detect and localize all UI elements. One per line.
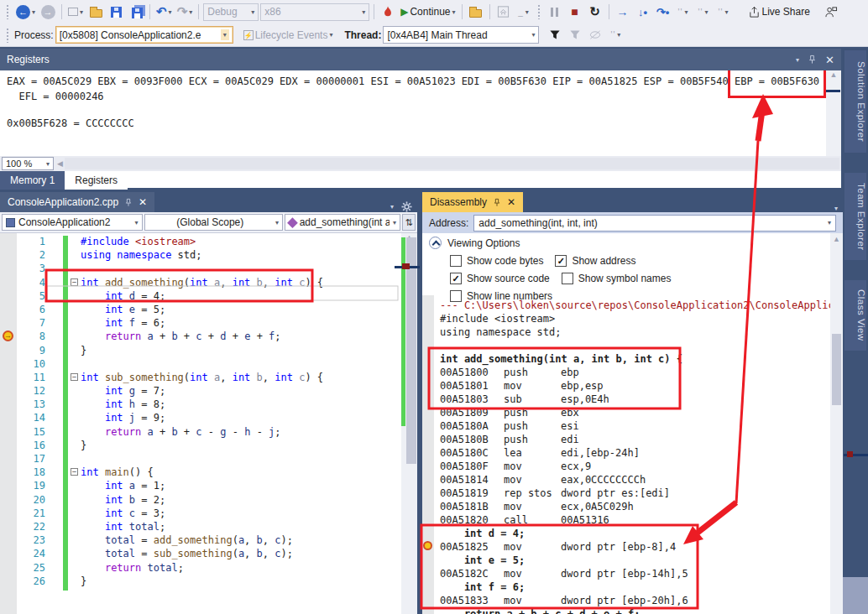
code-line[interactable]: 18−int main() { [0, 466, 401, 479]
close-icon[interactable]: ✕ [507, 196, 515, 208]
code-line[interactable]: 26} [0, 575, 401, 588]
address-dropdown[interactable]: add_something(int, int, int)▾ [473, 215, 836, 232]
code-line[interactable]: 1#include <iostream> [0, 235, 401, 248]
code-line[interactable]: 23 total = add_something(a, b, c); [0, 533, 401, 547]
toolbar-grip[interactable] [6, 28, 10, 43]
performance-profiler-button[interactable] [379, 3, 397, 21]
thread-dropdown[interactable]: [0x4AB4] Main Thread▾ [383, 26, 539, 44]
close-icon[interactable]: ✕ [139, 196, 147, 208]
disasm-line[interactable]: 00A5180Bpushedi [422, 433, 830, 446]
toolbar-grip[interactable] [537, 4, 541, 19]
sidebar-tab-solution-explorer[interactable]: Solution Explorer [844, 50, 866, 153]
zoom-level-dropdown[interactable]: 100 %▾ [2, 157, 54, 170]
code-editor[interactable]: 1#include <iostream>2using namespace std… [0, 233, 401, 614]
home-button[interactable] [494, 3, 513, 21]
pause-button[interactable] [546, 3, 564, 21]
live-share-button[interactable]: Live Share [746, 3, 812, 21]
disasm-line[interactable] [422, 339, 830, 352]
disasm-line[interactable]: 00A51825movdword ptr [ebp-8],4 [422, 540, 830, 554]
undo-button[interactable]: ↶▾ [154, 3, 174, 21]
scrollbar-thumb[interactable] [832, 334, 841, 405]
disasm-line[interactable]: int add_something(int a, int b, int c) { [422, 352, 830, 366]
checkbox-show-source-code[interactable]: ✓Show source code [450, 273, 550, 284]
pin-icon[interactable] [124, 198, 133, 207]
breakpoint-window-button[interactable]: ''▾ [694, 3, 713, 21]
sidebar-tab-team-explorer[interactable]: Team Explorer [844, 173, 866, 260]
registers-vscrollbar[interactable]: ▲ [826, 70, 841, 156]
code-line[interactable]: 5 int d = 4; [0, 289, 401, 303]
tab-disassembly[interactable]: Disassembly ✕ [422, 192, 523, 212]
code-line[interactable]: 2using namespace std; [0, 248, 401, 262]
tab-consoleapplication2-cpp[interactable]: ConsoleApplication2.cpp ✕ [0, 192, 154, 212]
fold-marker-icon[interactable]: − [71, 468, 78, 476]
code-line[interactable]: 10 [0, 357, 401, 371]
code-line[interactable]: 24 total = sub_something(a, b, c); [0, 547, 401, 560]
exception-settings-button[interactable]: ''▾ [714, 3, 733, 21]
navigate-forward-button[interactable]: → [39, 3, 57, 21]
scroll-left-icon[interactable]: ◀ [57, 159, 63, 168]
code-line[interactable]: 19 int a = 1; [0, 479, 401, 492]
show-next-statement-button[interactable]: → [614, 3, 632, 21]
gear-icon[interactable] [401, 201, 412, 212]
lifecycle-events-button[interactable]: ⚡ Lifecycle Events▾ [242, 26, 335, 44]
disasm-line[interactable]: 00A5180Fmovecx,9 [422, 460, 830, 473]
disasm-line[interactable]: 00A51801movebp,esp [422, 379, 830, 393]
code-line[interactable]: 15 return a + b + c - g - h - j; [0, 425, 401, 439]
disasm-line[interactable]: 00A51819rep stosdword ptr es:[edi] [422, 487, 830, 500]
split-editor-button[interactable]: ⇅ [402, 214, 416, 231]
fold-marker-icon[interactable]: − [71, 373, 78, 381]
code-line[interactable]: 3 [0, 262, 401, 275]
scope-dropdown[interactable]: (Global Scope)▾ [144, 214, 284, 231]
pin-icon[interactable] [493, 198, 501, 207]
code-line[interactable]: 21 int c = 3; [0, 507, 401, 520]
process-dropdown[interactable]: [0x5808] ConsoleApplication2.e▾ [55, 26, 233, 44]
disasm-line[interactable]: 00A51833movdword ptr [ebp-20h],6 [422, 594, 830, 607]
checkbox-show-address[interactable]: ✓Show address [555, 255, 635, 267]
navigate-back-button[interactable]: ←▾ [14, 3, 37, 21]
save-all-button[interactable] [127, 3, 145, 21]
disasm-line[interactable]: #include <iostream> [422, 312, 830, 325]
tab-registers[interactable]: Registers [65, 171, 128, 190]
disasm-line[interactable]: 00A51820call00A51316 [422, 513, 830, 527]
registers-hscrollbar[interactable] [65, 158, 839, 169]
code-line[interactable]: 20 int b = 2; [0, 493, 401, 507]
checkbox-show-symbol-names[interactable]: Show symbol names [562, 273, 672, 284]
registers-content[interactable]: EAX = 00A5C029 EBX = 0093F000 ECX = 00A5… [0, 70, 826, 156]
code-line[interactable]: 4−int add_something(int a, int b, int c)… [0, 276, 401, 289]
window-menu-icon[interactable]: ▾ [390, 203, 394, 211]
disasm-line[interactable]: --- C:\Users\loken\source\repos\ConsoleA… [422, 299, 830, 312]
code-line[interactable]: 14 int j = 9; [0, 411, 401, 424]
disasm-line[interactable]: int e = 5; [422, 554, 830, 567]
project-dropdown[interactable]: ConsoleApplication2▾ [2, 214, 143, 231]
registers-titlebar[interactable]: Registers ▾ ✕ [0, 49, 841, 70]
columns-button[interactable]: ''▾ [606, 26, 625, 44]
code-line[interactable]: 25 return total; [0, 561, 401, 575]
find-in-files-button[interactable] [467, 3, 485, 21]
disasm-line[interactable]: 00A51803subesp,0E4h [422, 393, 830, 406]
toolbar-options-button[interactable]: _▾ [515, 3, 533, 21]
step-out-button[interactable]: ''▾ [674, 3, 693, 21]
pin-icon[interactable] [808, 55, 817, 65]
tab-memory1[interactable]: Memory 1 [0, 171, 65, 190]
disasm-line[interactable]: return a + b + c + d + e + f; [422, 607, 830, 614]
code-line[interactable]: 12 int g = 7; [0, 384, 401, 398]
fold-marker-icon[interactable]: − [71, 278, 78, 286]
member-dropdown[interactable]: add_something(int a,▾ [285, 214, 400, 231]
disasm-line[interactable]: int f = 6; [422, 580, 830, 594]
code-line[interactable]: 8 return a + b + c + d + e + f; [0, 330, 401, 343]
window-menu-icon[interactable]: ▾ [796, 56, 799, 64]
checkbox-show-code-bytes[interactable]: Show code bytes [450, 255, 543, 267]
platform-dropdown[interactable]: x86▾ [260, 3, 369, 21]
code-line[interactable]: 13 int h = 8; [0, 398, 401, 411]
disassembly-content[interactable]: Viewing Options Show code bytes✓Show add… [422, 233, 843, 614]
code-line[interactable]: 9} [0, 344, 401, 357]
disasm-line[interactable]: using namespace std; [422, 325, 830, 339]
sign-in-button[interactable] [822, 3, 840, 21]
code-line[interactable]: 17 [0, 452, 401, 466]
toolbar-grip[interactable] [6, 4, 10, 19]
disasm-line[interactable]: int d = 4; [422, 527, 830, 540]
code-line[interactable]: 6 int e = 5; [0, 303, 401, 316]
stop-debug-button[interactable]: ■ [566, 3, 584, 21]
disasm-line[interactable]: 00A5182Cmovdword ptr [ebp-14h],5 [422, 567, 830, 580]
code-line[interactable]: 22 int total; [0, 520, 401, 533]
